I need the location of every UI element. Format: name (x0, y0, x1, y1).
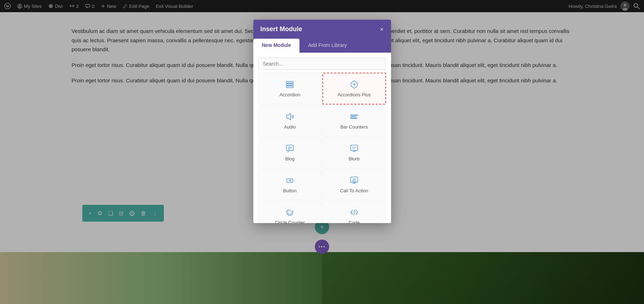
module-circle-counter[interactable]: Circle Counter (258, 201, 322, 223)
tab-add-from-library[interactable]: Add From Library (299, 39, 355, 53)
blog-label: Blog (285, 156, 294, 161)
svg-rect-15 (287, 86, 294, 87)
svg-marker-18 (287, 114, 291, 120)
circle-counter-icon (285, 208, 294, 217)
modal-close-button[interactable]: × (380, 26, 384, 33)
button-icon (285, 176, 294, 185)
blog-icon (285, 144, 294, 153)
insert-module-modal: Insert Module × New Module Add From Libr… (253, 20, 391, 223)
bar-counters-icon (350, 112, 359, 121)
module-audio[interactable]: Audio (258, 105, 322, 136)
module-code[interactable]: Code (322, 201, 386, 223)
module-call-to-action[interactable]: Call To Action (322, 169, 386, 200)
module-search-input[interactable] (258, 58, 386, 70)
accordion-icon (285, 80, 294, 89)
svg-rect-13 (287, 81, 294, 83)
accordion-label: Accordion (279, 92, 300, 97)
svg-rect-36 (352, 180, 356, 182)
svg-rect-22 (287, 145, 294, 150)
accordions-plus-icon (350, 80, 359, 89)
module-button[interactable]: Button (258, 169, 322, 200)
modal-tabs: New Module Add From Library (253, 39, 391, 53)
bar-counters-label: Bar Counters (340, 124, 368, 130)
accordions-plus-label: Accordions Plus (337, 92, 371, 97)
module-bar-counters[interactable]: Bar Counters (322, 105, 386, 136)
svg-rect-26 (351, 145, 358, 150)
audio-label: Audio (284, 124, 296, 130)
circle-counter-label: Circle Counter (275, 220, 305, 223)
modal-header: Insert Module × (253, 20, 391, 39)
modal-overlay: Insert Module × New Module Add From Libr… (0, 0, 644, 304)
code-label: Code (348, 220, 360, 223)
module-blog[interactable]: Blog (258, 137, 322, 168)
blurb-label: Blurb (349, 156, 360, 161)
modal-title: Insert Module (260, 25, 302, 33)
module-grid: Accordion Accordions Plus Audio (253, 73, 391, 223)
module-search-container (253, 53, 391, 73)
svg-line-40 (354, 209, 355, 215)
button-label: Button (283, 188, 297, 193)
blurb-icon (350, 144, 359, 153)
svg-rect-14 (287, 84, 294, 85)
tab-new-module[interactable]: New Module (253, 39, 300, 53)
audio-icon (285, 112, 294, 121)
module-accordion[interactable]: Accordion (258, 73, 322, 105)
svg-point-38 (287, 209, 293, 215)
call-to-action-label: Call To Action (340, 188, 368, 193)
module-accordions-plus[interactable]: Accordions Plus (322, 73, 386, 105)
module-blurb[interactable]: Blurb (322, 137, 386, 168)
call-to-action-icon (350, 176, 359, 185)
code-icon (350, 208, 359, 217)
svg-point-39 (288, 211, 292, 214)
